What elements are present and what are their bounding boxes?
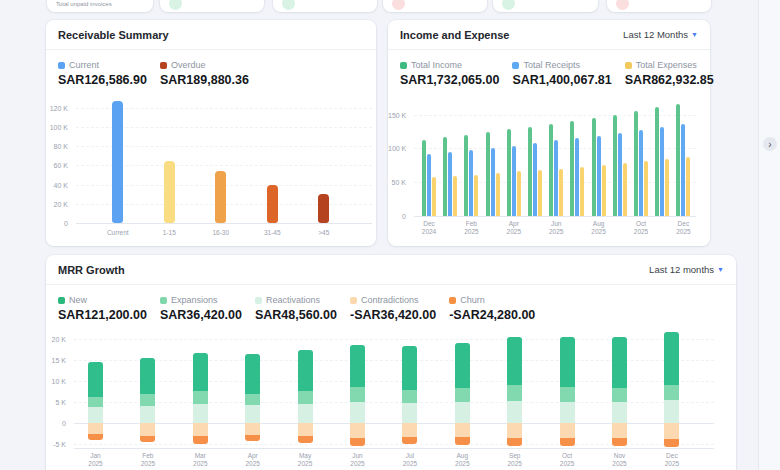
- x-axis-label: Apr2025: [245, 452, 259, 467]
- legend-item: Churn-SAR24,280.00: [449, 295, 535, 322]
- mrr-bar-segment: [560, 438, 575, 446]
- mrr-bar-segment: [664, 332, 679, 385]
- mrr-bar-segment: [664, 439, 679, 447]
- x-axis-label: Dec2025: [676, 220, 690, 235]
- income-expense-bar: [507, 129, 511, 216]
- legend-label-row: New: [58, 295, 147, 305]
- mrr-bar-segment: [245, 423, 260, 435]
- income-expense-bar: [575, 138, 579, 216]
- legend-label: New: [69, 295, 87, 305]
- mrr-period-label: Last 12 months: [649, 264, 714, 275]
- income-expense-bar: [676, 104, 680, 216]
- gridline: [76, 204, 372, 205]
- x-axis-label: Aug2025: [591, 220, 605, 235]
- mrr-bar-segment: [455, 437, 470, 445]
- legend-item: CurrentSAR126,586.90: [58, 60, 147, 87]
- top-summary-card[interactable]: [160, 0, 264, 12]
- status-indicator-icon: [502, 0, 515, 10]
- x-axis-label: >45: [318, 229, 329, 237]
- income-expense-bar: [618, 133, 622, 216]
- x-axis-label: Mar2025: [193, 452, 207, 467]
- x-axis-label: Feb2025: [141, 452, 155, 467]
- carousel-next-button[interactable]: ›: [763, 137, 777, 151]
- legend-swatch-icon: [625, 62, 632, 69]
- y-axis-tick: 20 K: [46, 200, 68, 207]
- legend-value: SAR48,560.00: [255, 308, 337, 322]
- y-axis-tick: 5 K: [46, 399, 66, 406]
- x-axis-label: Nov2025: [612, 452, 626, 467]
- receivable-bar: [267, 185, 278, 223]
- gridline: [414, 148, 696, 149]
- income-expense-bar: [681, 124, 685, 216]
- income-period-label: Last 12 Months: [623, 29, 688, 40]
- x-axis-label: Dec2024: [422, 220, 436, 235]
- income-expense-bar: [602, 165, 606, 216]
- legend-item: ExpansionsSAR36,420.00: [160, 295, 242, 322]
- receivable-legend: CurrentSAR126,586.90OverdueSAR189,880.36: [58, 60, 249, 87]
- income-expense-bar: [528, 127, 532, 216]
- legend-value: SAR36,420.00: [160, 308, 242, 322]
- top-summary-card[interactable]: Total unpaid invoices: [47, 0, 153, 12]
- income-expense-bar: [639, 130, 643, 216]
- x-axis-label: Current: [107, 229, 129, 237]
- mrr-bar-segment: [507, 385, 522, 401]
- legend-label: Overdue: [171, 60, 206, 70]
- income-expense-bar: [634, 111, 638, 216]
- y-axis-tick: 100 K: [388, 145, 406, 152]
- legend-label-row: Expansions: [160, 295, 242, 305]
- y-axis-tick: 50 K: [388, 179, 406, 186]
- legend-label: Contradictions: [361, 295, 419, 305]
- x-axis-label: Sep2025: [507, 452, 521, 467]
- legend-label: Churn: [460, 295, 485, 305]
- mrr-bar-segment: [612, 388, 627, 402]
- mrr-bar-segment: [507, 337, 522, 385]
- top-summary-card[interactable]: [273, 0, 377, 12]
- mrr-bar-segment: [298, 404, 313, 423]
- income-expense-bar: [422, 140, 426, 216]
- panel-title: MRR Growth: [58, 264, 125, 276]
- mrr-bar-segment: [560, 402, 575, 423]
- y-axis-tick: 0: [46, 420, 66, 427]
- income-expense-bar: [623, 163, 627, 216]
- legend-label-row: Churn: [449, 295, 535, 305]
- mrr-bar-segment: [350, 423, 365, 438]
- top-card-caption: Total unpaid invoices: [56, 1, 112, 7]
- mrr-chart: -5 K05 K10 K15 K20 KJan2025Feb2025Mar202…: [46, 255, 736, 470]
- income-expense-bar: [453, 176, 457, 216]
- gridline: [76, 165, 372, 166]
- y-axis-tick: 40 K: [46, 181, 68, 188]
- receivable-bar: [164, 161, 175, 223]
- mrr-bar-segment: [88, 407, 103, 423]
- top-summary-card[interactable]: [383, 0, 487, 12]
- mrr-period-dropdown[interactable]: Last 12 months ▼: [649, 264, 724, 275]
- income-period-dropdown[interactable]: Last 12 Months ▼: [623, 29, 698, 40]
- mrr-bar-segment: [140, 406, 155, 423]
- legend-item: Contradictions-SAR36,420.00: [350, 295, 436, 322]
- status-indicator-icon: [392, 0, 405, 10]
- legend-label-row: Total Expenses: [625, 60, 714, 70]
- legend-label: Total Expenses: [636, 60, 697, 70]
- mrr-bar-segment: [507, 438, 522, 446]
- legend-value: SAR862,932.85: [625, 73, 714, 87]
- gridline: [76, 185, 372, 186]
- legend-label-row: Overdue: [160, 60, 249, 70]
- income-expense-bar: [448, 152, 452, 216]
- mrr-bar-segment: [560, 387, 575, 402]
- legend-label: Total Receipts: [523, 60, 580, 70]
- income-expense-bar: [491, 148, 495, 216]
- mrr-bar-segment: [140, 358, 155, 394]
- income-expense-bar: [538, 170, 542, 216]
- income-expense-bar: [559, 169, 563, 216]
- receivable-bar: [215, 171, 226, 223]
- income-expense-chart: 050 K100 K150 KDec2024Feb2025Apr2025Jun2…: [388, 20, 710, 246]
- x-axis-label: Jun2025: [549, 220, 563, 235]
- mrr-bar-segment: [298, 391, 313, 404]
- mrr-bar-segment: [193, 391, 208, 404]
- top-summary-card[interactable]: [493, 0, 598, 12]
- income-expense-bar: [474, 175, 478, 216]
- mrr-bar-segment: [507, 401, 522, 423]
- x-axis-label: Dec2025: [665, 452, 679, 467]
- income-expense-bar: [686, 157, 690, 216]
- mrr-bar-segment: [245, 354, 260, 393]
- top-summary-card[interactable]: [607, 0, 711, 12]
